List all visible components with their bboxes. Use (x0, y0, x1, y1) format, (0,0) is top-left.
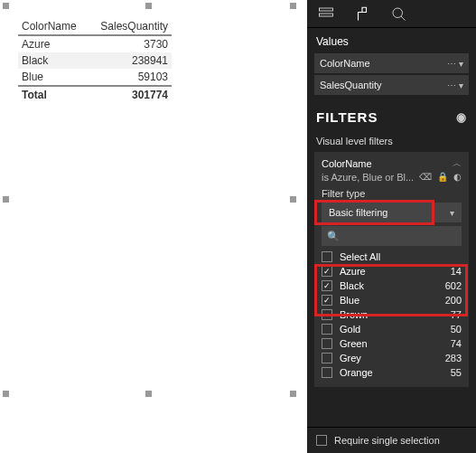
resize-handle[interactable] (3, 196, 9, 203)
filter-item[interactable]: Blue200 (322, 293, 462, 307)
col-header-salesqty[interactable]: SalesQuantity (90, 18, 172, 34)
resize-handle[interactable] (3, 391, 9, 397)
show-filters-icon[interactable]: ◉ (456, 110, 467, 124)
visual-filters-label: Visual level filters (307, 130, 476, 152)
panel-tabs (307, 0, 476, 28)
filter-item-label: Grey (340, 353, 445, 363)
filter-summary: is Azure, Blue or Bl... (322, 172, 414, 183)
cell-name: Black (18, 52, 90, 69)
filter-type-label: Filter type (322, 188, 462, 199)
svg-rect-1 (320, 14, 333, 16)
filter-item-count: 200 (445, 295, 462, 306)
chevron-down-icon[interactable]: ⋯ ▾ (447, 80, 463, 90)
checkbox[interactable] (322, 353, 332, 363)
filter-item[interactable]: Black602 (322, 278, 462, 293)
filter-item-count: 55 (451, 367, 462, 378)
checkbox[interactable] (322, 280, 332, 291)
filter-item-count: 283 (445, 353, 462, 363)
chevron-down-icon: ▾ (450, 208, 454, 218)
checkbox[interactable] (322, 324, 332, 335)
chevron-down-icon[interactable]: ⋯ ▾ (447, 59, 463, 69)
format-tab-icon[interactable] (352, 5, 372, 22)
table-row[interactable]: Azure3730 (18, 36, 172, 52)
table-row[interactable]: Black238941 (18, 52, 172, 69)
col-header-colorname[interactable]: ColorName (18, 18, 90, 34)
require-single-checkbox[interactable] (316, 435, 327, 446)
cell-name: Blue (18, 69, 90, 85)
require-single-label: Require single selection (334, 435, 440, 446)
filter-search[interactable]: 🔍 (322, 226, 462, 246)
collapse-icon[interactable]: ︿ (453, 157, 462, 170)
resize-handle[interactable] (145, 391, 152, 397)
checkbox[interactable] (322, 266, 332, 277)
cell-qty: 238941 (90, 52, 172, 69)
resize-handle[interactable] (290, 391, 296, 397)
filter-item-count: 50 (451, 324, 462, 335)
filter-item-count: 602 (445, 280, 462, 291)
filter-item-label: Blue (340, 295, 445, 306)
total-value: 301774 (90, 87, 172, 103)
svg-line-3 (401, 16, 406, 21)
table-visual[interactable]: ColorName SalesQuantity Azure3730Black23… (5, 5, 293, 394)
checkbox[interactable] (322, 367, 332, 378)
analytics-tab-icon[interactable] (388, 5, 408, 22)
checkbox[interactable] (322, 251, 332, 262)
filter-item[interactable]: Azure14 (322, 264, 462, 278)
filter-item-label: Gold (340, 324, 451, 335)
filter-card-title: ColorName (322, 158, 372, 169)
filter-item-count: 77 (451, 309, 462, 320)
filter-item[interactable]: Grey283 (322, 351, 462, 365)
search-icon: 🔍 (327, 231, 340, 242)
field-colorname[interactable]: ColorName ⋯ ▾ (314, 53, 469, 73)
table-row[interactable]: Blue59103 (18, 69, 172, 85)
cell-qty: 3730 (90, 36, 172, 52)
values-label: Values (307, 28, 476, 52)
field-label: SalesQuantity (320, 80, 381, 90)
filter-item[interactable]: Orange55 (322, 365, 462, 380)
resize-handle[interactable] (290, 196, 296, 203)
total-label: Total (18, 87, 90, 103)
require-single-row[interactable]: Require single selection (307, 427, 476, 453)
cell-name: Azure (18, 36, 90, 52)
hide-filter-icon[interactable]: ◐ (453, 172, 462, 182)
filter-item[interactable]: Brown77 (322, 307, 462, 322)
filter-item-label: Black (340, 280, 445, 291)
data-table: ColorName SalesQuantity Azure3730Black23… (18, 18, 172, 103)
filter-type-dropdown[interactable]: Basic filtering ▾ (322, 203, 462, 222)
filter-item[interactable]: Green74 (322, 336, 462, 351)
filter-item-count: 14 (451, 266, 462, 277)
filter-item-label: Green (340, 338, 451, 349)
checkbox[interactable] (322, 309, 332, 320)
filter-card-colorname: ColorName ︿ is Azure, Blue or Bl... ⌫ 🔒 … (314, 152, 469, 387)
checkbox[interactable] (322, 338, 332, 349)
fields-tab-icon[interactable] (316, 5, 336, 22)
cell-qty: 59103 (90, 69, 172, 85)
field-label: ColorName (320, 58, 370, 69)
filter-items: Select AllAzure14Black602Blue200Brown77G… (322, 250, 462, 380)
filter-item-label: Orange (340, 367, 451, 378)
clear-filter-icon[interactable]: ⌫ (419, 172, 432, 182)
format-panel: Values ColorName ⋯ ▾ SalesQuantity ⋯ ▾ F… (307, 0, 476, 453)
svg-rect-0 (320, 8, 333, 11)
checkbox[interactable] (322, 295, 332, 306)
resize-handle[interactable] (3, 3, 9, 9)
filters-header: FILTERS (316, 109, 378, 125)
svg-point-2 (393, 8, 403, 18)
filter-item-label: Azure (340, 266, 451, 277)
filter-item-label: Select All (340, 251, 462, 262)
resize-handle[interactable] (145, 3, 152, 9)
filter-item-count: 74 (451, 338, 462, 349)
field-salesqty[interactable]: SalesQuantity ⋯ ▾ (314, 75, 469, 95)
dropdown-value: Basic filtering (329, 207, 387, 218)
resize-handle[interactable] (290, 3, 296, 9)
filter-item[interactable]: Gold50 (322, 322, 462, 336)
lock-filter-icon[interactable]: 🔒 (437, 172, 448, 182)
filter-item-label: Brown (340, 309, 451, 320)
filter-item[interactable]: Select All (322, 250, 462, 264)
